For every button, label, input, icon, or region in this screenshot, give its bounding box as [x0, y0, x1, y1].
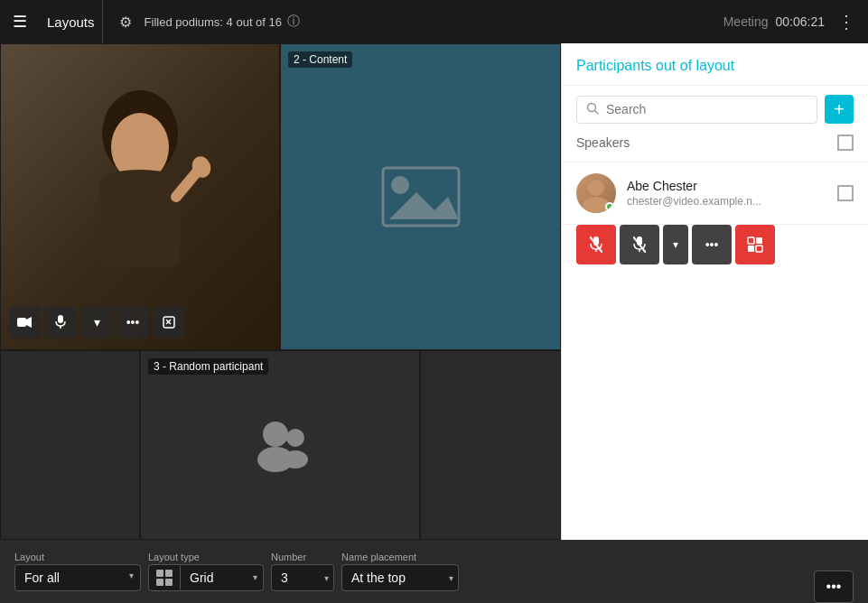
layout-group: Layout For all Custom ▾: [14, 552, 141, 591]
help-icon[interactable]: ⓘ: [287, 14, 300, 30]
svg-point-16: [263, 422, 288, 447]
app-header: ☰ Layouts ⚙ Filled podiums: 4 out of 16 …: [0, 0, 868, 43]
participant-email: chester@video.example.n...: [627, 195, 780, 208]
video-cell-alice: ★ 1 - Alice Campbell: [0, 43, 280, 350]
svg-rect-30: [748, 237, 754, 244]
layout-select[interactable]: For all Custom: [14, 564, 141, 591]
bottom-bar: Layout For all Custom ▾ Layout type Grid: [0, 540, 868, 603]
video-row-bottom: 3 - Random participant: [0, 350, 561, 540]
mic-button[interactable]: [44, 306, 77, 339]
cell-label-random: 3 - Random participant: [148, 358, 268, 375]
search-icon: [586, 102, 599, 117]
name-placement-group: Name placement At the top At the bottom …: [341, 552, 459, 591]
mute-button[interactable]: [620, 225, 659, 264]
svg-rect-31: [756, 237, 762, 244]
number-select[interactable]: 123456: [271, 564, 334, 591]
menu-button[interactable]: ☰: [7, 6, 33, 37]
meeting-label: Meeting: [723, 14, 769, 29]
more-options-button[interactable]: •••: [814, 571, 854, 603]
name-placement-label: Name placement: [341, 552, 459, 562]
alice-photo: [1, 44, 279, 349]
online-indicator: [605, 202, 614, 211]
filled-podiums-info: Filled podiums: 4 out of 16 ⓘ: [145, 14, 300, 30]
svg-line-21: [595, 110, 599, 114]
alice-figure: [68, 79, 212, 314]
video-cell-empty-1: [0, 350, 140, 540]
add-participant-button[interactable]: +: [825, 95, 854, 124]
name-placement-select[interactable]: At the top At the bottom Hidden: [341, 564, 459, 591]
search-input[interactable]: [606, 102, 807, 116]
panel-header: Participants out of layout: [562, 43, 868, 86]
app-title: Layouts: [40, 0, 103, 43]
video-cell-content: 2 - Content: [280, 43, 561, 350]
layout-type-group: Layout type Grid Speaker ▾: [148, 552, 264, 591]
camera-button[interactable]: [8, 306, 41, 339]
participant-info: Abe Chester chester@video.example.n...: [627, 179, 826, 208]
participant-name: Abe Chester: [627, 179, 826, 193]
speakers-checkbox[interactable]: [837, 135, 854, 151]
exit-button[interactable]: [153, 306, 185, 339]
svg-marker-7: [26, 317, 32, 328]
content-image-icon: [380, 165, 462, 228]
layout-type-icon: [149, 566, 181, 589]
svg-point-14: [391, 176, 409, 194]
layout-type-select[interactable]: Grid Speaker: [181, 565, 263, 590]
svg-point-22: [588, 180, 604, 196]
more-options-button[interactable]: •••: [117, 306, 149, 339]
svg-rect-8: [58, 315, 63, 323]
participant-actions: ▾ •••: [562, 225, 868, 275]
video-controls: ▾ •••: [8, 306, 185, 339]
participant-more-button[interactable]: •••: [692, 225, 732, 264]
layout-type-label: Layout type: [148, 552, 264, 562]
svg-point-19: [283, 450, 308, 468]
svg-point-3: [100, 170, 180, 191]
svg-point-18: [286, 429, 304, 447]
main-area: ★ 1 - Alice Campbell: [0, 43, 868, 540]
svg-rect-32: [748, 246, 754, 252]
assign-button[interactable]: [735, 225, 775, 264]
number-label: Number: [271, 552, 334, 562]
number-group: Number 123456 ▾: [271, 552, 334, 591]
video-cell-random: 3 - Random participant: [140, 350, 420, 540]
video-cell-empty-2: [420, 350, 561, 540]
random-avatar: [248, 418, 312, 472]
participant-row: Abe Chester chester@video.example.n...: [562, 162, 868, 225]
grid-icon: [156, 570, 173, 586]
speakers-label: Speakers: [576, 135, 630, 150]
svg-rect-6: [17, 318, 26, 327]
unmute-button[interactable]: [576, 225, 616, 264]
svg-rect-33: [756, 246, 762, 252]
panel-title: Participants out of layout: [576, 58, 854, 74]
participant-checkbox[interactable]: [837, 185, 854, 201]
mute-dropdown-button[interactable]: ▾: [663, 225, 688, 264]
search-bar: [576, 96, 817, 124]
sidebar-panel: Participants out of layout + Speakers: [561, 43, 868, 540]
svg-marker-15: [389, 192, 459, 219]
header-more-button[interactable]: ⋮: [832, 5, 861, 38]
speakers-row: Speakers: [562, 124, 868, 162]
meeting-timer: 00:06:21: [776, 14, 826, 29]
cell-label-content: 2 - Content: [288, 51, 352, 68]
video-grid: ★ 1 - Alice Campbell: [0, 43, 561, 540]
layout-label: Layout: [14, 552, 141, 562]
content-placeholder: [380, 165, 462, 228]
mic-dropdown-button[interactable]: ▾: [80, 306, 113, 339]
avatar: [576, 173, 616, 213]
video-row-top: ★ 1 - Alice Campbell: [0, 43, 561, 350]
settings-button[interactable]: ⚙: [114, 8, 137, 36]
